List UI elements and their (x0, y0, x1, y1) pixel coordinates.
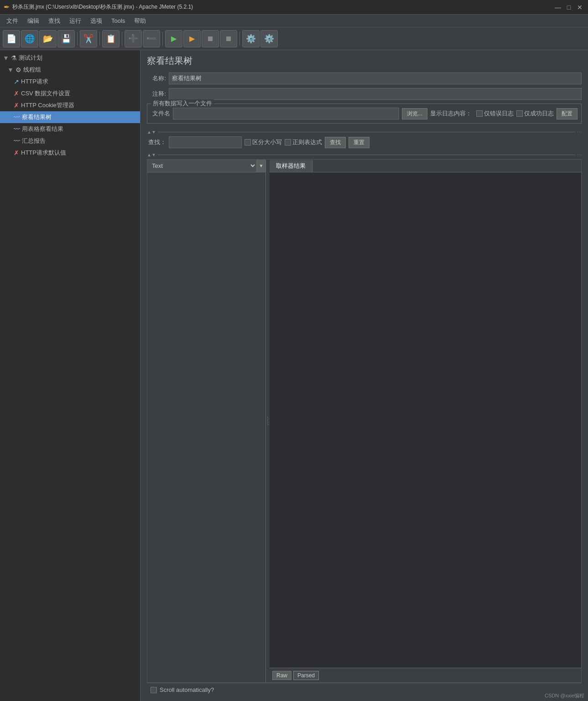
stop-button[interactable] (202, 30, 219, 47)
sidebar-item-http-request[interactable]: ↗ HTTP请求 (0, 76, 140, 88)
case-sensitive-checkbox[interactable] (245, 139, 251, 145)
app-icon: ✒ (4, 3, 10, 11)
file-input[interactable] (173, 108, 399, 119)
file-label: 文件名 (151, 109, 170, 118)
extra-button[interactable] (260, 30, 278, 47)
splitter-dots (267, 417, 268, 425)
dropdown-arrow[interactable]: ▼ (256, 160, 265, 172)
menu-edit[interactable]: 编辑 (23, 15, 44, 27)
sidebar-item-view-results[interactable]: 〰 察看结果树 (0, 111, 140, 123)
gear-button[interactable] (242, 30, 260, 47)
stop2-button[interactable] (220, 30, 237, 47)
splitter-dot (267, 419, 268, 420)
name-input[interactable] (169, 73, 582, 84)
file-section: 所有数据写入一个文件 文件名 浏览... 显示日志内容： 仅错误日志 仅成功日志 (147, 104, 582, 124)
regex-checkbox[interactable] (285, 139, 291, 145)
sidebar-label-cookie: HTTP Cookie管理器 (21, 101, 74, 109)
right-pane-content (270, 172, 581, 668)
maximize-button[interactable]: □ (564, 3, 573, 12)
divider-arrow-2[interactable]: ▲▼ (147, 152, 156, 157)
raw-button[interactable]: Raw (272, 671, 291, 680)
case-sensitive-option[interactable]: 区分大小写 (245, 138, 282, 146)
regex-option[interactable]: 正则表达式 (285, 138, 322, 146)
play2-icon (189, 34, 195, 43)
sidebar-item-summary[interactable]: 〰 汇总报告 (0, 135, 140, 147)
play2-button[interactable] (183, 30, 201, 47)
close-button[interactable]: ✕ (575, 3, 584, 12)
scroll-auto-checkbox[interactable] (151, 687, 157, 693)
comment-row: 注释: (147, 88, 582, 100)
parsed-button[interactable]: Parsed (293, 671, 319, 680)
menu-options[interactable]: 选项 (86, 15, 107, 27)
success-only-checkbox[interactable] (516, 110, 523, 117)
open-icon (43, 34, 53, 44)
splitter-dot (267, 422, 268, 423)
thread-group-icon: ⚙ (16, 66, 21, 73)
menu-help[interactable]: 帮助 (130, 15, 151, 27)
sidebar-item-table-results[interactable]: 〰 用表格察看结果 (0, 123, 140, 135)
reset-button[interactable]: 重置 (349, 137, 369, 148)
success-only-option[interactable]: 仅成功日志 (516, 109, 554, 118)
vertical-splitter[interactable] (266, 160, 270, 682)
errors-only-checkbox[interactable] (476, 110, 483, 117)
collapse-button[interactable] (143, 30, 160, 47)
play-icon (171, 34, 177, 43)
search-input[interactable] (169, 136, 242, 148)
log-options: 仅错误日志 仅成功日志 (476, 109, 554, 118)
cookie-icon: ✗ (14, 102, 19, 109)
cut-icon (83, 34, 94, 44)
title-bar-controls: — □ ✕ (553, 3, 584, 12)
summary-icon: 〰 (14, 137, 20, 145)
name-label: 名称: (147, 74, 166, 83)
copy-button[interactable] (102, 30, 120, 47)
divider-arrow-1[interactable]: ▲▼ (147, 130, 156, 135)
divider-handle-1[interactable]: ⋯ (577, 130, 582, 135)
sidebar-item-test-plan[interactable]: ▼ ⚗ 测试计划 (0, 52, 140, 64)
toolbar-sep-2 (99, 32, 100, 46)
template-button[interactable] (21, 30, 38, 47)
new-file-button[interactable] (3, 30, 20, 47)
content-panel: 察看结果树 名称: 注释: 所有数据写入一个文件 文件名 浏览... 显示日志内… (140, 50, 588, 701)
left-pane: Text ▼ (147, 160, 266, 682)
play-button[interactable] (165, 30, 182, 47)
file-section-title: 所有数据写入一个文件 (151, 99, 214, 108)
divider-line-2 (158, 155, 575, 155)
success-only-label: 仅成功日志 (524, 109, 554, 118)
left-pane-dropdown[interactable]: Text (147, 160, 256, 172)
sidebar-item-thread-group[interactable]: ▼ ⚙ 线程组 (0, 64, 140, 76)
comment-input[interactable] (169, 88, 582, 100)
splitter-dot (267, 421, 268, 421)
window-title: 秒杀压测.jmx (C:\Users\xlb\Desktop\秒杀压测.jmx)… (12, 3, 193, 11)
new-file-icon (6, 34, 16, 44)
save-button[interactable] (57, 30, 75, 47)
left-pane-header: Text ▼ (147, 160, 265, 172)
find-button[interactable]: 查找 (325, 137, 346, 148)
toolbar-sep-4 (162, 32, 163, 46)
menu-run[interactable]: 运行 (65, 15, 86, 27)
errors-only-option[interactable]: 仅错误日志 (476, 109, 514, 118)
minimize-button[interactable]: — (553, 3, 562, 12)
toolbar (0, 27, 588, 50)
menu-find[interactable]: 查找 (44, 15, 65, 27)
right-pane-footer: Raw Parsed (270, 668, 581, 682)
menu-tools[interactable]: Tools (107, 16, 130, 26)
split-area: Text ▼ 取样器结果 (147, 159, 582, 683)
tab-sampler-result[interactable]: 取样器结果 (270, 160, 312, 172)
search-label: 查找： (147, 138, 166, 146)
sidebar-item-http-cookie[interactable]: ✗ HTTP Cookie管理器 (0, 99, 140, 111)
cut-button[interactable] (80, 30, 97, 47)
extra-icon (264, 34, 274, 44)
menu-file[interactable]: 文件 (2, 15, 23, 27)
expand-button[interactable] (125, 30, 142, 47)
sidebar-label-view-results: 察看结果树 (22, 113, 52, 121)
http-defaults-icon: ✗ (14, 149, 19, 156)
open-button[interactable] (39, 30, 57, 47)
config-button[interactable]: 配置 (557, 108, 578, 119)
divider-handle-2[interactable]: ⋯ (577, 152, 582, 157)
sidebar-item-http-defaults[interactable]: ✗ HTTP请求默认值 (0, 147, 140, 159)
sidebar-item-csv-data[interactable]: ✗ CSV 数据文件设置 (0, 88, 140, 99)
browse-button[interactable]: 浏览... (402, 108, 427, 119)
divider-1: ▲▼ ⋯ (147, 129, 582, 135)
sidebar-label-http-defaults: HTTP请求默认值 (21, 149, 66, 157)
sidebar: ▼ ⚗ 测试计划 ▼ ⚙ 线程组 ↗ HTTP请求 ✗ CSV 数据文件设置 ✗… (0, 50, 140, 701)
